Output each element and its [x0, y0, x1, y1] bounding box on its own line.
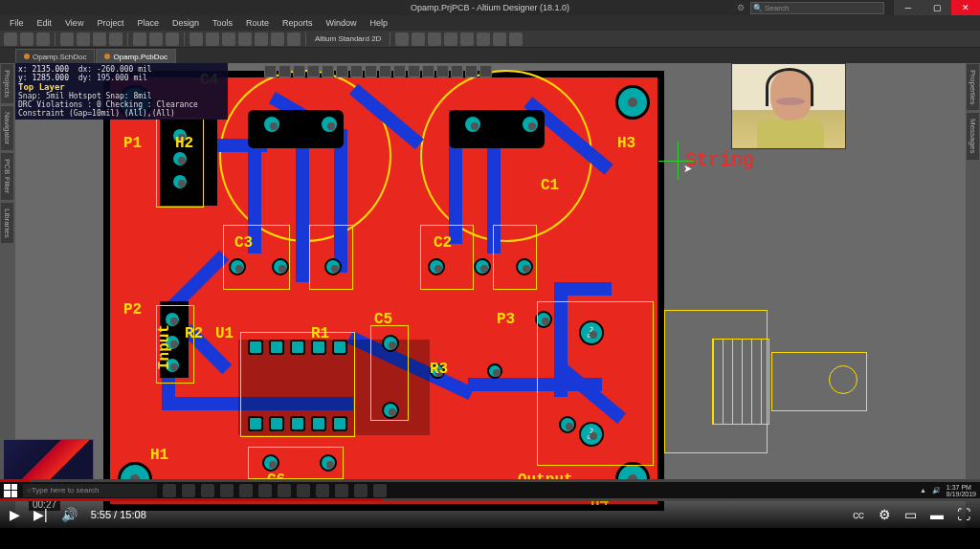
panel-tab-properties[interactable]: Properties [966, 63, 980, 111]
menu-design[interactable]: Design [167, 17, 205, 29]
toolbar-icon[interactable] [412, 33, 425, 46]
workspace: Projects Navigator PCB Filter Libraries … [0, 63, 980, 528]
window-minimize-button[interactable]: ─ [894, 0, 923, 15]
settings-button[interactable]: ⚙ [879, 507, 891, 522]
placed-string-object[interactable]: String [685, 149, 754, 171]
taskbar-app-icon[interactable] [182, 484, 195, 497]
tab-pcbdoc[interactable]: Opamp.PcbDoc [96, 49, 175, 63]
start-button[interactable] [4, 484, 17, 497]
menu-reports[interactable]: Reports [277, 17, 319, 29]
tray-icon[interactable]: ▲ [920, 487, 926, 494]
view-mode-label[interactable]: Altium Standard 2D [311, 34, 385, 43]
volume-icon[interactable]: 🔊 [61, 507, 78, 522]
subtitles-button[interactable]: ㏄ [852, 506, 865, 523]
canvas-tool-icon[interactable] [393, 65, 406, 77]
panel-tab-libraries[interactable]: Libraries [0, 202, 14, 245]
canvas-tool-icon[interactable] [408, 65, 420, 77]
canvas-tool-icon[interactable] [436, 65, 449, 77]
toolbar-icon[interactable] [36, 33, 50, 46]
canvas-tool-icon[interactable] [336, 65, 348, 77]
canvas-tool-icon[interactable] [264, 65, 277, 77]
taskbar-app-icon[interactable] [373, 484, 387, 497]
toolbar-icon[interactable] [460, 33, 474, 46]
toolbar-icon[interactable] [77, 33, 90, 46]
toolbar-icon[interactable] [20, 33, 33, 46]
taskbar-app-icon[interactable] [220, 484, 234, 497]
panel-tab-messages[interactable]: Messages [966, 112, 980, 160]
toolbar-icon[interactable] [238, 33, 252, 46]
next-button[interactable]: ▶| [33, 507, 48, 522]
panel-tab-projects[interactable]: Projects [0, 63, 14, 104]
toolbar-icon[interactable] [493, 33, 506, 46]
canvas-tool-icon[interactable] [350, 65, 363, 77]
toolbar-icon[interactable] [4, 33, 17, 46]
taskbar-app-icon[interactable] [239, 484, 253, 497]
window-maximize-button[interactable]: ▢ [923, 0, 951, 15]
toolbar-icon[interactable] [428, 33, 441, 46]
toolbar-icon[interactable] [149, 33, 163, 46]
toolbar-icon[interactable] [222, 33, 235, 46]
canvas-tool-icon[interactable] [379, 65, 391, 77]
canvas-tool-icon[interactable] [293, 65, 305, 77]
menu-help[interactable]: Help [365, 17, 394, 29]
toolbar-icon[interactable] [133, 33, 146, 46]
fullscreen-button[interactable]: ⛶ [957, 507, 970, 522]
menu-project[interactable]: Project [91, 17, 129, 29]
connector-outline [712, 339, 769, 425]
canvas-tool-icon[interactable] [322, 65, 334, 77]
toolbar-icon[interactable] [189, 33, 203, 46]
canvas-tool-icon[interactable] [307, 65, 320, 77]
tray-clock[interactable]: 1:37 PM8/19/2019 [947, 484, 976, 497]
toolbar-icon[interactable] [477, 33, 490, 46]
menu-file[interactable]: File [4, 17, 30, 29]
canvas-tool-icon[interactable] [465, 65, 478, 77]
canvas-tool-icon[interactable] [365, 65, 377, 77]
component-courtyard [493, 225, 537, 290]
canvas-tool-icon[interactable] [422, 65, 434, 77]
toolbar-icon[interactable] [395, 33, 409, 46]
canvas-tool-icon[interactable] [451, 65, 463, 77]
toolbar-icon[interactable] [166, 33, 179, 46]
taskbar-app-icon[interactable] [354, 484, 368, 497]
canvas-tool-icon[interactable] [278, 65, 291, 77]
taskbar-app-icon[interactable] [316, 484, 329, 497]
toolbar-icon[interactable] [109, 33, 122, 46]
menu-place[interactable]: Place [131, 17, 165, 29]
gear-icon[interactable]: ⚙ [737, 3, 745, 12]
toolbar-icon[interactable] [509, 33, 523, 46]
panel-tab-navigator[interactable]: Navigator [0, 105, 14, 151]
tray-icon[interactable]: 🔊 [932, 487, 941, 494]
taskbar-app-icon[interactable] [335, 484, 348, 497]
tab-schdoc[interactable]: Opamp.SchDoc [15, 49, 95, 63]
taskbar-app-icon[interactable] [297, 484, 310, 497]
window-close-button[interactable]: ✕ [951, 0, 980, 15]
toolbar-icon[interactable] [287, 33, 301, 46]
taskbar-app-icon[interactable] [201, 484, 214, 497]
menu-view[interactable]: View [59, 17, 89, 29]
taskbar-search-input[interactable]: ○ Type here to search [23, 484, 157, 497]
menu-window[interactable]: Window [321, 17, 363, 29]
search-input[interactable]: Search [750, 2, 884, 14]
menu-edit[interactable]: Edit [32, 17, 58, 29]
pcb-board[interactable]: 1 1 1 1 [103, 71, 664, 511]
toolbar-icon[interactable] [255, 33, 268, 46]
canvas-tool-icon[interactable] [479, 65, 492, 77]
toolbar-icon[interactable] [444, 33, 457, 46]
menu-route[interactable]: Route [240, 17, 275, 29]
toolbar-icon[interactable] [271, 33, 284, 46]
play-button[interactable]: ▶ [10, 507, 20, 522]
menu-tools[interactable]: Tools [207, 17, 238, 29]
taskbar-app-icon[interactable] [258, 484, 272, 497]
main-toolbar: Altium Standard 2D [0, 31, 980, 48]
theater-button[interactable]: ▬ [930, 507, 944, 522]
taskbar-app-icon[interactable] [163, 484, 176, 497]
miniplayer-button[interactable]: ▭ [904, 507, 917, 522]
taskbar-app-icon[interactable] [278, 484, 291, 497]
toolbar-icon[interactable] [206, 33, 219, 46]
mounting-hole: 1 [615, 85, 650, 120]
video-progress-bar-small[interactable] [0, 479, 980, 482]
panel-tab-pcb-filter[interactable]: PCB Filter [0, 152, 14, 200]
toolbar-icon[interactable] [93, 33, 106, 46]
toolbar-icon[interactable] [60, 33, 74, 46]
designator: C1 [541, 177, 559, 194]
